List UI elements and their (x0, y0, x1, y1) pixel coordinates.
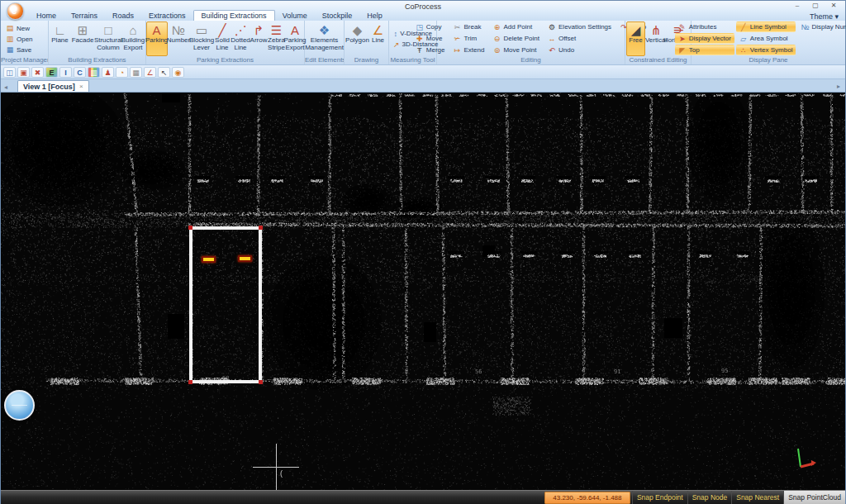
elevation-settings-button[interactable]: ⚙Elevation Settings (544, 21, 615, 32)
blocking-lever-button[interactable]: ▭Blocking Lever (190, 21, 214, 56)
top-toggle[interactable]: ◤Top (675, 45, 734, 55)
cursor-coordinates: 43.230, -59.644, -1.488 (544, 492, 630, 504)
parking-button[interactable]: AParking (146, 21, 168, 56)
tab-close-icon[interactable]: × (79, 83, 83, 90)
elevation-settings-icon: ⚙ (548, 23, 556, 31)
area-symbol-toggle[interactable]: ▱Area Symbol (736, 33, 796, 44)
menu-terrains[interactable]: Terrains (64, 12, 105, 21)
elements-e-icon[interactable]: E (45, 67, 58, 78)
package-icon[interactable]: ▣ (17, 67, 30, 78)
point-cloud-viewport[interactable]: ( (1, 92, 845, 490)
delete-point-button[interactable]: ⊖Delete Point (489, 33, 543, 44)
minimize-button[interactable]: – (789, 1, 806, 10)
menu-help[interactable]: Help (359, 12, 390, 21)
merge-button[interactable]: ŦMerge (412, 45, 449, 55)
display-number-toggle[interactable]: №Display Number (797, 21, 846, 32)
structural-column-button[interactable]: □Structural Column (95, 21, 121, 56)
point-cloud-canvas[interactable] (1, 93, 845, 490)
menu-roads[interactable]: Roads (105, 12, 141, 21)
selection-vertex[interactable] (259, 380, 263, 384)
group-building-extractions: ∟Plane ⊞Facade □Structural Column ⌂Build… (49, 21, 146, 64)
parking-export-button[interactable]: AParking Export (286, 21, 305, 56)
new-button[interactable]: ▤New (2, 23, 33, 34)
top-icon: ◤ (678, 46, 687, 55)
selection-vertex[interactable] (259, 226, 263, 230)
tab-scroll-right-icon[interactable]: ▸ (834, 83, 844, 91)
zoom-extents-icon[interactable]: ✖ (31, 67, 44, 78)
extend-button[interactable]: ↦Extend (450, 45, 488, 55)
app-logo-icon: c (7, 2, 24, 20)
dotted-line-button[interactable]: ⋰Dotted Line (231, 21, 250, 56)
inspector-i-icon[interactable]: I (59, 67, 72, 78)
view-layout-icon[interactable]: ◫ (3, 67, 16, 78)
menu-building-extractions[interactable]: Building Extractions (193, 10, 275, 21)
tab-view-1[interactable]: View 1 [Focus] × (17, 80, 89, 92)
orbit-icon[interactable]: ◉ (172, 67, 184, 78)
zebra-stripe-button[interactable]: ☰Zebra Stripe (268, 21, 286, 56)
selection-vertex[interactable] (188, 226, 192, 230)
elements-management-icon: ❖ (319, 23, 330, 37)
close-button[interactable]: ✕ (825, 1, 842, 10)
dotted-line-icon: ⋰ (235, 23, 247, 37)
tab-scroll-left-icon[interactable]: ◂ (1, 83, 11, 92)
angle-icon[interactable]: ∠ (144, 67, 156, 78)
protractor-icon[interactable]: ◔ (116, 67, 128, 78)
selection-vertex[interactable] (188, 380, 192, 384)
horizontal-icon: ⋔ (671, 25, 685, 36)
move-button[interactable]: ✚Move (412, 33, 449, 44)
snap-endpoint-toggle[interactable]: Snap Endpoint (632, 491, 687, 504)
classes-c-icon[interactable]: C (74, 67, 86, 78)
add-point-icon: ⊕ (492, 23, 501, 31)
vertex-symbol-toggle[interactable]: ∴Vertex Symbol (736, 45, 796, 55)
menu-volume[interactable]: Volume (275, 12, 315, 21)
menu-stockpile[interactable]: Stockpile (315, 12, 360, 21)
offset-button[interactable]: ↔Offset (544, 33, 615, 44)
app-title: CoProcess (1, 2, 845, 11)
add-point-button[interactable]: ⊕Add Point (489, 21, 543, 32)
user-icon[interactable]: ♟ (102, 67, 114, 78)
save-icon: ▦ (6, 45, 14, 54)
facade-button[interactable]: ⊞Facade (70, 21, 95, 56)
save-button[interactable]: ▦Save (2, 45, 35, 55)
navigation-ball[interactable] (4, 390, 35, 421)
plane-icon: ∟ (54, 23, 66, 37)
v-distance-icon: ↕ (393, 30, 397, 38)
area-symbol-icon: ▱ (739, 35, 748, 43)
polygon-icon: ◆ (353, 23, 363, 37)
elements-management-button[interactable]: ❖Elements Management (307, 21, 343, 56)
menu-home[interactable]: Home (29, 12, 64, 21)
theme-selector[interactable]: Theme ▾ (810, 12, 839, 21)
free-button[interactable]: ◢Free (626, 21, 645, 56)
solid-line-button[interactable]: ╱Solid Line (214, 21, 231, 56)
trim-button[interactable]: ✃Trim (450, 33, 488, 44)
selected-parking-space[interactable] (189, 226, 262, 383)
building-export-button[interactable]: ⌂Building Export (121, 21, 145, 56)
parking-icon: A (152, 23, 160, 37)
arrow-button[interactable]: ↱Arrow (250, 21, 268, 56)
parking-symbol-marker (238, 255, 252, 262)
copy-icon: ◳ (416, 23, 424, 31)
open-button[interactable]: ▥Open (2, 34, 36, 45)
polygon-button[interactable]: ◆Polygon (346, 21, 369, 56)
number-button[interactable]: №Number (168, 21, 190, 56)
plane-button[interactable]: ∟Plane (50, 21, 70, 56)
undo-button[interactable]: ↶Undo (544, 45, 615, 55)
region-icon[interactable]: ▦ (130, 67, 142, 78)
move-point-button[interactable]: ⊚Move Point (489, 45, 543, 55)
palette-icon[interactable]: ▥ (88, 67, 100, 78)
snap-pointcloud-toggle[interactable]: Snap PointCloud (783, 491, 845, 504)
snap-node-toggle[interactable]: Snap Node (687, 491, 732, 504)
group-edit-elements: ❖Elements Management Edit Elements (305, 21, 345, 64)
delete-point-icon: ⊖ (492, 35, 501, 43)
copy-button[interactable]: ◳Copy (412, 21, 449, 32)
arrow-icon: ↱ (254, 23, 264, 37)
vertex-symbol-icon: ∴ (739, 46, 748, 55)
break-button[interactable]: ✂Break (450, 21, 488, 32)
snap-nearest-toggle[interactable]: Snap Nearest (731, 491, 783, 504)
line-button[interactable]: ∠Line (369, 21, 387, 56)
display-number-icon: № (801, 23, 809, 31)
maximize-button[interactable]: ▢ (807, 1, 824, 10)
menu-extractions[interactable]: Extractions (141, 12, 193, 21)
line-symbol-toggle[interactable]: ╱Line Symbol (736, 21, 796, 32)
pick-icon[interactable]: ↖ (158, 67, 170, 78)
